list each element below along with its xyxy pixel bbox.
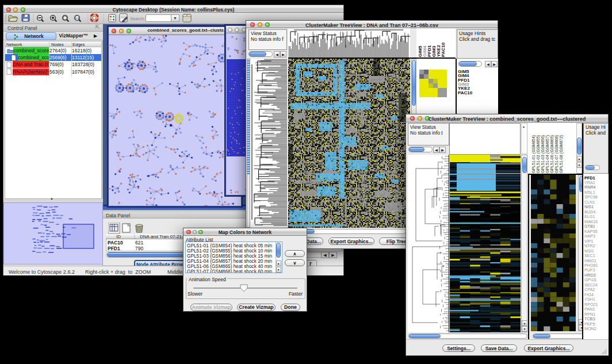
svg-text:GPL51-08 (GSM872): GPL51-08 (GSM872)	[559, 135, 564, 173]
svg-text:GPL51-07 (GSM868): GPL51-07 (GSM868)	[554, 135, 559, 173]
svg-text:GPL51-03 (GSM856): GPL51-03 (GSM856)	[541, 135, 545, 173]
svg-text:GPL51-01 (GSM854): GPL51-01 (GSM854)	[531, 135, 536, 173]
svg-text:GPL51-02 (GSM855): GPL51-02 (GSM855)	[536, 135, 541, 173]
svg-text:MON2: MON2	[584, 326, 596, 331]
svg-text:GPL51-04 (GSM857): GPL51-04 (GSM857)	[545, 135, 550, 173]
svg-text:GPL51-06 (GSM865): GPL51-06 (GSM865)	[550, 135, 554, 173]
svg-text:1:1: 1:1	[75, 16, 79, 20]
svg-text:PAC10: PAC10	[441, 42, 446, 57]
